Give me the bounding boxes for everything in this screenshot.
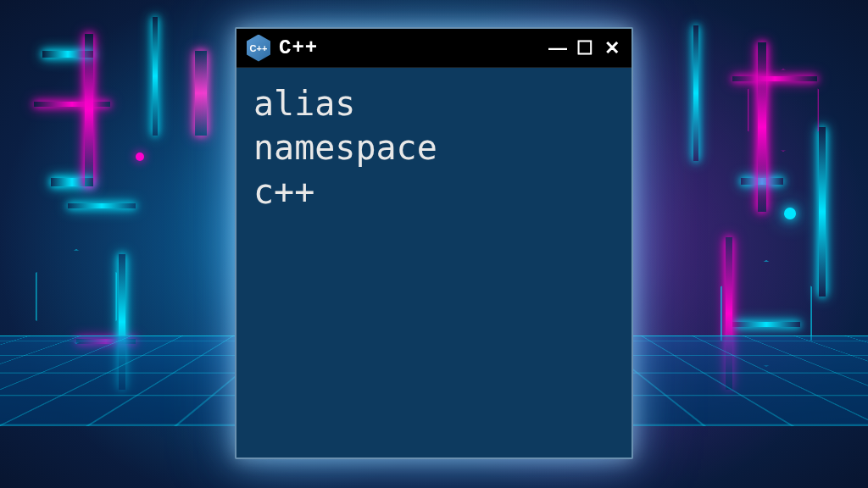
window-title: C++ [279, 36, 540, 59]
close-button[interactable]: ✕ [603, 39, 621, 58]
code-line-3: c++ [253, 169, 615, 214]
terminal-window: C++ C++ — ☐ ✕ alias namespace c++ [235, 27, 633, 459]
window-controls: — ☐ ✕ [548, 39, 621, 58]
neon-line-vertical [819, 127, 826, 297]
minimize-button[interactable]: — [548, 39, 567, 58]
neon-line-vertical [195, 51, 207, 136]
neon-line-vertical [153, 17, 158, 136]
glow-dot [136, 152, 144, 161]
neon-line [68, 203, 136, 208]
code-line-1: alias [253, 81, 615, 125]
glow-dot [784, 208, 796, 219]
neon-line-vertical [693, 25, 698, 161]
maximize-button[interactable]: ☐ [576, 39, 594, 58]
code-line-2: namespace [253, 125, 615, 169]
neon-line-vertical [85, 34, 93, 186]
title-bar[interactable]: C++ C++ — ☐ ✕ [236, 29, 632, 68]
cpp-hexagon-icon: C++ [247, 35, 270, 62]
neon-line [34, 102, 110, 107]
cpp-icon: C++ [247, 35, 270, 62]
terminal-body: alias namespace c++ [236, 68, 632, 458]
